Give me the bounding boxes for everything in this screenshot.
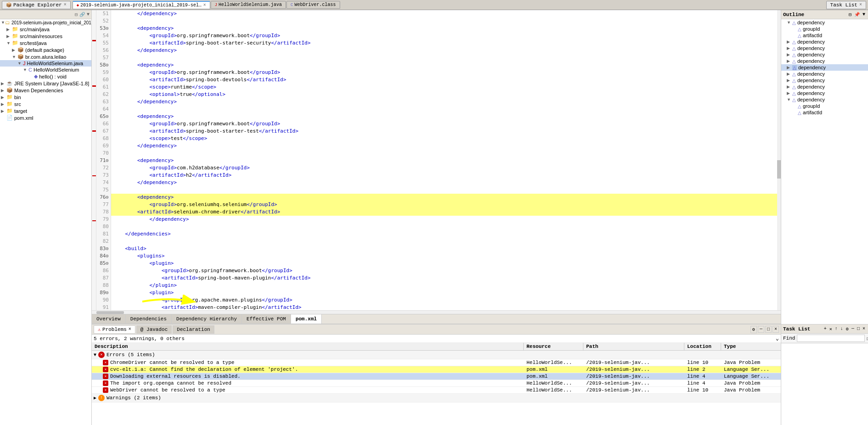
error-group-icon: ✕ <box>98 352 105 358</box>
menu-btn[interactable]: ▼ <box>86 12 90 17</box>
task-list-tab[interactable]: Task List × <box>826 1 866 9</box>
maximize-icon[interactable]: □ <box>765 326 772 333</box>
task-filter-btn[interactable]: ⚙ <box>845 326 850 332</box>
task-find-label: Find <box>783 336 795 341</box>
tab-dependencies[interactable]: Dependencies <box>126 314 172 324</box>
outline-dep-4[interactable]: ▶ △ dependency <box>781 51 868 58</box>
outline-dep-5[interactable]: ▶ △ dependency <box>781 58 868 64</box>
task-max-btn[interactable]: □ <box>856 326 861 332</box>
error-desc-2: ✕ cvc-elt.1.a: Cannot find the declarati… <box>92 366 524 373</box>
editor-tab-pom[interactable]: ◆ 2019-selenium-java-projeto_inicial_201… <box>73 1 210 9</box>
error-row-1[interactable]: ✕ ChromeDriver cannot be resolved to a t… <box>92 359 781 366</box>
tab-overview[interactable]: Overview <box>92 314 126 324</box>
task-down-btn[interactable]: ↓ <box>840 326 844 332</box>
error-path-3: /2019-selenium-jav... <box>583 373 684 380</box>
outline-dep-9[interactable]: ▶ △ dependency <box>781 84 868 90</box>
code-line-89: <plugin> <box>111 289 777 296</box>
tab-pom-xml[interactable]: pom.xml <box>291 314 322 324</box>
tree-item-src-main-res[interactable]: ▶ 📁 src/main/resources <box>0 33 91 39</box>
problems-summary: 5 errors, 2 warnings, 0 others <box>94 336 185 341</box>
tree-item-jre[interactable]: ▶ ☕ JRE System Library [JavaSE-1.8] <box>0 80 91 87</box>
code-line-88: </plugin> <box>111 282 777 289</box>
task-list-title: Task List <box>783 326 810 332</box>
task-close-btn[interactable]: × <box>862 326 866 332</box>
outline-groupid-1[interactable]: △ groupId <box>781 26 868 32</box>
center-panel: 51 52 53⊙ 54 55 56 57 58⊙ 59 60 61 62 63… <box>92 10 781 425</box>
outline-dep-10[interactable]: ▶ △ dependency <box>781 90 868 96</box>
tree-item-default-pkg[interactable]: ▶ 📦 (default package) <box>0 46 91 53</box>
error-row-5[interactable]: ✕ WebDriver cannot be resolved to a type… <box>92 387 781 394</box>
package-tree: ▼ 🗂 2019-selenium-java-projeto_inicial_2… <box>0 19 91 425</box>
outline-groupid-11[interactable]: △ groupId <box>781 103 868 109</box>
editor-tab-hello[interactable]: J HelloWorldSelenium.java <box>211 1 286 9</box>
outline-artifactid-1[interactable]: △ artifactId <box>781 32 868 39</box>
outline-menu-btn[interactable]: ▼ <box>862 12 866 17</box>
tab-dep-hierarchy[interactable]: Dependency Hierarchy <box>172 314 242 324</box>
errors-group-header[interactable]: ▼ ✕ Errors (5 items) <box>92 351 781 359</box>
default-pkg-label: (default package) <box>25 47 64 53</box>
target-icon: 📁 <box>6 108 13 114</box>
tab-effective-pom[interactable]: Effective POM <box>242 314 291 324</box>
tree-item-alura-pkg[interactable]: ▼ 📦 br.com.alura.leilao <box>0 53 91 60</box>
package-explorer-icon: 📦 <box>6 2 11 8</box>
minimize-icon[interactable]: ─ <box>758 326 764 333</box>
filter-icon[interactable]: ⚙ <box>750 326 757 333</box>
problems-tab-problems[interactable]: ⚠ Problems × <box>94 325 135 334</box>
outline-collapse-btn[interactable]: ⊟ <box>848 12 852 17</box>
tree-item-bin[interactable]: ▶ 📁 bin <box>0 94 91 101</box>
task-delete-btn[interactable]: ✕ <box>829 326 833 332</box>
tree-item-hello-java[interactable]: ▼ J HelloWorldSelenium.java <box>0 60 91 67</box>
target-arrow: ▶ <box>1 109 6 113</box>
right-scrollbar[interactable] <box>777 10 781 310</box>
outline-dep-11-label: dependency <box>797 97 825 102</box>
tree-item-src[interactable]: ▶ 📁 src <box>0 101 91 107</box>
collapse-btn[interactable]: ⊟ <box>74 12 78 17</box>
tree-item-src-main-java[interactable]: ▶ 📁 src/main/java <box>0 26 91 33</box>
outline-dep-7[interactable]: ▶ △ dependency <box>781 71 868 77</box>
outline-dep-1[interactable]: ▼ △ dependency <box>781 19 868 26</box>
error-row-4[interactable]: ✕ The import org.openga cannot be resolv… <box>92 380 781 387</box>
tree-item-src-test-java[interactable]: ▼ 📁 src/test/java <box>0 39 91 46</box>
tree-item-maven[interactable]: ▶ 📦 Maven Dependencies <box>0 87 91 94</box>
error-row-3[interactable]: ✕ Downloading external resources is disa… <box>92 373 781 380</box>
problems-icon: ⚠ <box>98 327 101 332</box>
code-line-68: <scope>test</scope> <box>111 135 777 142</box>
tree-item-target[interactable]: ▶ 📁 target <box>0 107 91 114</box>
outline-pin-btn[interactable]: 📌 <box>853 12 861 17</box>
problems-tab-declaration[interactable]: Declaration <box>173 325 214 334</box>
tab-pom-close[interactable]: × <box>203 3 206 8</box>
tree-item-pom[interactable]: 📄 pom.xml <box>0 114 91 121</box>
error-row-2[interactable]: ✕ cvc-elt.1.a: Cannot find the declarati… <box>92 366 781 373</box>
error-type-5: Java Problem <box>721 387 781 393</box>
outline-dep-3[interactable]: ▶ △ dependency <box>781 45 868 51</box>
package-explorer-tab[interactable]: 📦 Package Explorer × <box>2 1 71 9</box>
error-resource-5: HelloWorldSe... <box>524 387 583 393</box>
editor-tab-webdriver[interactable]: C WebDriver.class <box>286 1 340 9</box>
task-list-close[interactable]: × <box>859 2 862 7</box>
package-explorer-close[interactable]: × <box>64 2 67 7</box>
task-min-btn[interactable]: ─ <box>851 326 855 332</box>
outline-dep-2-icon: △ <box>792 39 796 45</box>
warnings-group-header[interactable]: ▶ ! Warnings (2 items) <box>92 394 781 403</box>
code-line-55: <artifactId>spring-boot-starter-security… <box>111 39 777 47</box>
close-panel-icon[interactable]: × <box>773 326 779 333</box>
outline-artifactid-11[interactable]: △ artifactId <box>781 109 868 116</box>
outline-dep-2[interactable]: ▶ △ dependency <box>781 39 868 45</box>
outline-dep-6[interactable]: ▶ △ dependency <box>781 64 868 71</box>
outline-dep-11[interactable]: ▼ △ dependency <box>781 96 868 103</box>
link-btn[interactable]: 🔗 <box>78 12 86 17</box>
code-area[interactable]: </dependency> <dependency> <groupId>org.… <box>111 10 777 310</box>
problems-tabs-bar: ⚠ Problems × @ Javadoc Declaration ⚙ <box>92 324 781 335</box>
task-find-input[interactable] <box>797 335 865 342</box>
editor-hscroll[interactable] <box>92 310 781 314</box>
collapse-btn[interactable]: ⌄ <box>776 335 779 342</box>
task-up-btn[interactable]: ↑ <box>834 326 839 332</box>
outline-dep-8[interactable]: ▶ △ dependency <box>781 77 868 84</box>
tree-item-project[interactable]: ▼ 🗂 2019-selenium-java-projeto_inicial_2… <box>0 19 91 26</box>
tree-item-hello-method[interactable]: ◆ hello() : void <box>0 73 91 80</box>
task-new-btn[interactable]: + <box>823 326 828 332</box>
problems-tab-javadoc[interactable]: @ Javadoc <box>136 325 172 334</box>
problems-tab-close[interactable]: × <box>129 327 131 332</box>
tree-item-hello-class[interactable]: ▼ C HelloWorldSelenium <box>0 67 91 73</box>
default-pkg-icon: 📦 <box>17 47 24 53</box>
